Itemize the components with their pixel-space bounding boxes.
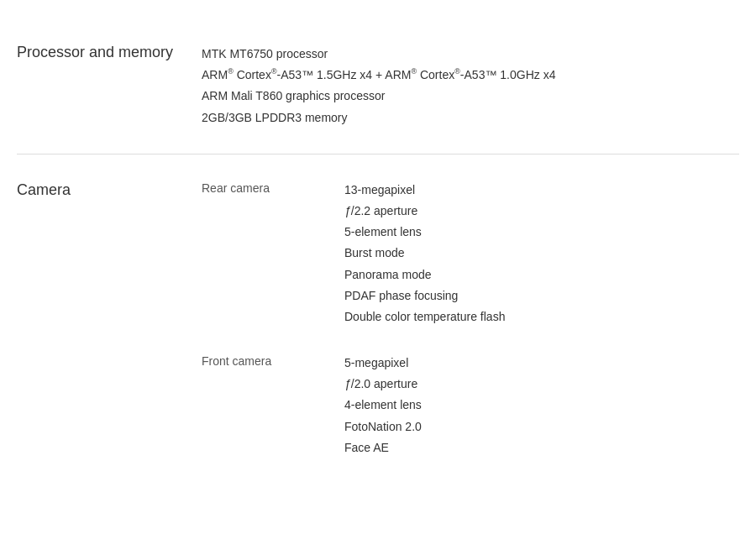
spec-value: Face AE <box>344 437 739 458</box>
spec-value: ƒ/2.2 aperture <box>344 201 739 222</box>
spec-value: MTK MT6750 processor <box>202 44 739 65</box>
front-camera-values: 5-megapixel ƒ/2.0 aperture 4-element len… <box>344 353 739 458</box>
spec-value: 2GB/3GB LPDDR3 memory <box>202 107 739 128</box>
spec-value: 5-element lens <box>344 222 739 243</box>
processor-memory-section: Processor and memory MTK MT6750 processo… <box>17 25 739 145</box>
spec-value: 13-megapixel <box>344 180 739 201</box>
processor-memory-content: MTK MT6750 processor ARM® Cortex®-A53™ 1… <box>202 42 739 128</box>
camera-title: Camera <box>17 180 202 484</box>
camera-content: Rear camera 13-megapixel ƒ/2.2 aperture … <box>202 180 739 484</box>
spec-value: ARM Mali T860 graphics processor <box>202 86 739 107</box>
spec-value: 4-element lens <box>344 395 739 416</box>
section-divider <box>17 154 739 154</box>
page-container: Processor and memory MTK MT6750 processo… <box>0 0 756 526</box>
rear-camera-label: Rear camera <box>202 180 344 327</box>
spec-value: ƒ/2.0 aperture <box>344 374 739 395</box>
front-camera-row: Front camera 5-megapixel ƒ/2.0 aperture … <box>202 353 739 458</box>
spec-value: ARM® Cortex®-A53™ 1.5GHz x4 + ARM® Corte… <box>202 65 739 86</box>
rear-camera-values: 13-megapixel ƒ/2.2 aperture 5-element le… <box>344 180 739 327</box>
spec-value: Burst mode <box>344 243 739 264</box>
spec-value: PDAF phase focusing <box>344 285 739 306</box>
processor-values: MTK MT6750 processor ARM® Cortex®-A53™ 1… <box>202 42 739 128</box>
spec-value: 5-megapixel <box>344 353 739 374</box>
processor-memory-title: Processor and memory <box>17 42 202 128</box>
rear-camera-row: Rear camera 13-megapixel ƒ/2.2 aperture … <box>202 180 739 327</box>
camera-section: Camera Rear camera 13-megapixel ƒ/2.2 ap… <box>17 163 739 500</box>
front-camera-label: Front camera <box>202 353 344 458</box>
spec-value: Double color temperature flash <box>344 306 739 327</box>
spec-value: Panorama mode <box>344 264 739 285</box>
spec-value: FotoNation 2.0 <box>344 416 739 437</box>
